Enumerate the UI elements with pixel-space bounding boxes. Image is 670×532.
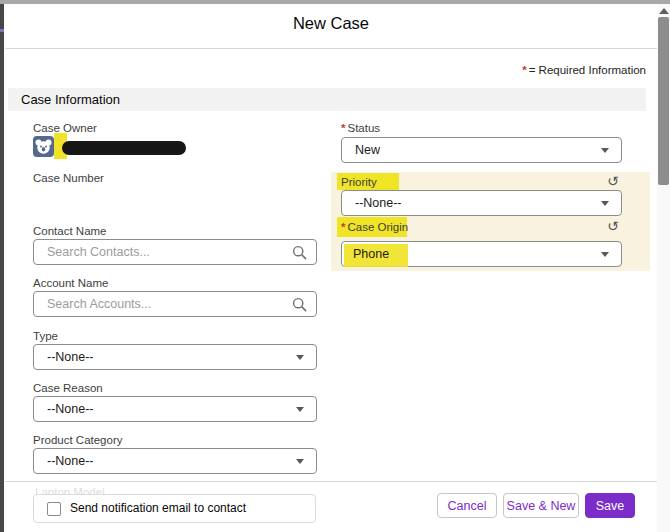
type-value: --None-- xyxy=(47,345,94,369)
case-reason-select[interactable]: --None-- xyxy=(33,396,317,422)
required-asterisk: * xyxy=(341,221,345,233)
required-asterisk: * xyxy=(522,64,526,76)
status-value: New xyxy=(355,138,380,162)
chevron-down-icon xyxy=(296,459,304,464)
notification-checkbox-group: Send notification email to contact xyxy=(33,494,316,523)
product-category-label: Product Category xyxy=(33,434,123,446)
case-origin-value: Phone xyxy=(353,247,389,261)
contact-search-input[interactable] xyxy=(34,240,316,264)
chevron-down-icon xyxy=(601,252,609,257)
undo-icon[interactable]: ↺ xyxy=(607,174,619,188)
section-header-case-information: Case Information xyxy=(8,88,646,111)
send-notification-label: Send notification email to contact xyxy=(70,495,246,522)
required-asterisk: * xyxy=(341,122,345,134)
priority-select[interactable]: --None-- xyxy=(341,190,622,216)
case-origin-label: *Case Origin xyxy=(341,221,408,233)
search-icon[interactable] xyxy=(292,297,307,312)
account-name-label: Account Name xyxy=(33,277,108,289)
required-information-note: *= Required Information xyxy=(446,64,646,76)
window-left-edge xyxy=(0,4,4,532)
priority-label: Priority xyxy=(341,176,377,188)
chevron-down-icon xyxy=(296,407,304,412)
contact-name-lookup xyxy=(33,239,317,265)
type-select[interactable]: --None-- xyxy=(33,344,317,370)
cancel-button[interactable]: Cancel xyxy=(437,493,497,518)
case-reason-value: --None-- xyxy=(47,397,94,421)
status-select[interactable]: New xyxy=(341,137,622,163)
chevron-down-icon xyxy=(601,148,609,153)
case-number-label: Case Number xyxy=(33,172,104,184)
search-icon[interactable] xyxy=(292,245,307,260)
status-label: *Status xyxy=(341,122,380,134)
modal-title: New Case xyxy=(5,14,657,33)
undo-icon[interactable]: ↺ xyxy=(607,219,619,233)
account-name-lookup xyxy=(33,291,317,317)
product-category-select[interactable]: --None-- xyxy=(33,448,317,474)
user-avatar-icon xyxy=(33,136,54,157)
account-search-input[interactable] xyxy=(34,292,316,316)
case-reason-label: Case Reason xyxy=(33,382,103,394)
save-and-new-button[interactable]: Save & New xyxy=(503,493,579,518)
required-note-text: = Required Information xyxy=(529,64,646,76)
background-accent-mark xyxy=(0,29,4,32)
send-notification-checkbox[interactable] xyxy=(47,502,61,516)
product-category-value: --None-- xyxy=(47,449,94,473)
scrollbar-thumb[interactable] xyxy=(658,17,669,185)
contact-name-label: Contact Name xyxy=(33,225,107,237)
scrollbar-up-arrow-icon[interactable] xyxy=(659,8,669,14)
chevron-down-icon xyxy=(296,355,304,360)
save-button[interactable]: Save xyxy=(585,493,635,518)
header-divider xyxy=(5,48,657,49)
chevron-down-icon xyxy=(601,201,609,206)
priority-value: --None-- xyxy=(355,191,402,215)
redacted-owner-name xyxy=(62,141,186,155)
type-label: Type xyxy=(33,330,58,342)
modal-footer: Send notification email to contact Cance… xyxy=(5,481,657,532)
